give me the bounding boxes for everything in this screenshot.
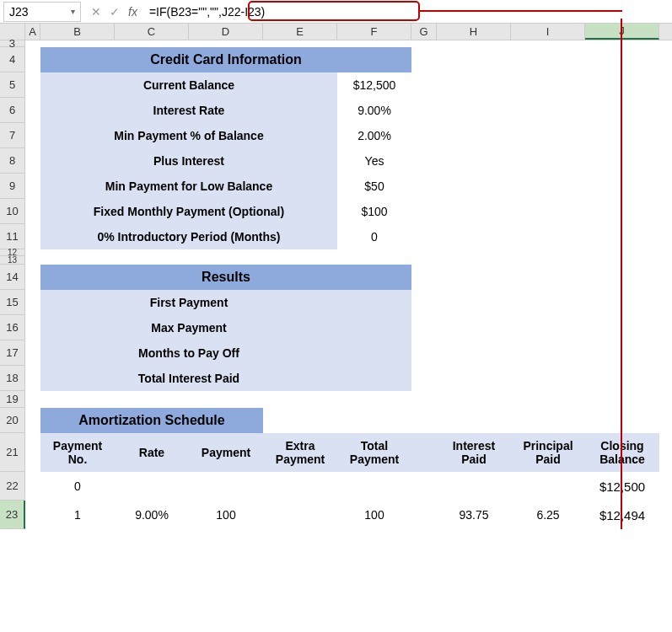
row-header-11[interactable]: 11 [0, 224, 25, 249]
amort-hdr-payment: Payment [189, 433, 263, 472]
row-header-22[interactable]: 22 [0, 472, 25, 501]
cell-C23[interactable]: 9.00% [115, 501, 189, 529]
cc-val-rate[interactable]: 9.00% [337, 98, 411, 123]
cc-val-minlow[interactable]: $50 [337, 174, 411, 199]
cell-F22[interactable] [337, 472, 411, 501]
amort-hdr-extra: Extra Payment [263, 433, 337, 472]
col-header-B[interactable]: B [40, 24, 115, 40]
results-section-header: Results [40, 265, 411, 290]
cell-J22[interactable]: $12,500 [585, 472, 659, 501]
cc-label-plusint: Plus Interest [40, 148, 337, 174]
col-header-H[interactable]: H [437, 24, 511, 40]
results-label-max: Max Payment [40, 315, 337, 340]
cell-I23[interactable]: 6.25 [511, 501, 585, 529]
cc-val-plusint[interactable]: Yes [337, 148, 411, 174]
fx-icon[interactable]: fx [128, 5, 137, 19]
amort-hdr-principal: Principal Paid [511, 433, 585, 472]
arrow-line [621, 19, 622, 529]
col-header-G[interactable]: G [411, 24, 437, 40]
row-header-13[interactable]: 13 [0, 256, 25, 265]
row-header-9[interactable]: 9 [0, 174, 25, 199]
cell-E23[interactable] [263, 501, 337, 529]
cell-H23[interactable]: 93.75 [437, 501, 511, 529]
row-header-5[interactable]: 5 [0, 72, 25, 98]
name-box[interactable]: J23 ▾ [3, 2, 81, 22]
cc-label-minpct: Min Payment % of Balance [40, 123, 337, 148]
cc-val-intro[interactable]: 0 [337, 224, 411, 249]
enter-icon[interactable]: ✓ [110, 5, 120, 19]
cell-D23[interactable]: 100 [189, 501, 263, 529]
cell-J23[interactable]: $12,494 [585, 501, 659, 529]
cell-F23[interactable]: 100 [337, 501, 411, 529]
col-header-I[interactable]: I [511, 24, 585, 40]
row-header-14[interactable]: 14 [0, 265, 25, 290]
cc-val-balance[interactable]: $12,500 [337, 72, 411, 98]
amort-hdr-interest: Interest Paid [437, 433, 511, 472]
row-header-16[interactable]: 16 [0, 315, 25, 340]
row-header-7[interactable]: 7 [0, 123, 25, 148]
row-header-20[interactable]: 20 [0, 408, 25, 433]
row-header-17[interactable]: 17 [0, 340, 25, 366]
cell-D22[interactable] [189, 472, 263, 501]
cc-label-intro: 0% Introductory Period (Months) [40, 224, 337, 249]
row-header-10[interactable]: 10 [0, 199, 25, 224]
formula-bar-icons: ✕ ✓ fx [84, 5, 144, 19]
cell-B22[interactable]: 0 [40, 472, 115, 501]
grid-body: 3 4 Credit Card Information 5Current Bal… [0, 40, 672, 529]
name-box-dropdown-icon[interactable]: ▾ [71, 7, 75, 16]
arrow-connector [420, 10, 622, 12]
cancel-icon[interactable]: ✕ [91, 5, 101, 19]
name-box-value: J23 [9, 5, 29, 19]
row-header-4[interactable]: 4 [0, 47, 25, 72]
amort-hdr-rate: Rate [115, 433, 189, 472]
amort-hdr-closing: Closing Balance [585, 433, 659, 472]
results-label-total: Total Interest Paid [40, 366, 337, 391]
cc-label-minlow: Min Payment for Low Balance [40, 174, 337, 199]
col-header-A[interactable]: A [25, 24, 40, 40]
col-header-J[interactable]: J [585, 24, 659, 40]
row-header-8[interactable]: 8 [0, 148, 25, 174]
cell-G22[interactable] [411, 472, 437, 501]
row-header-21[interactable]: 21 [0, 433, 25, 472]
row-header-19[interactable]: 19 [0, 391, 25, 408]
results-label-months: Months to Pay Off [40, 340, 337, 366]
cc-section-header: Credit Card Information [40, 47, 411, 72]
cell-E22[interactable] [263, 472, 337, 501]
col-header-D[interactable]: D [189, 24, 263, 40]
col-header-E[interactable]: E [263, 24, 337, 40]
results-label-first: First Payment [40, 290, 337, 315]
amort-hdr-no: Payment No. [40, 433, 115, 472]
row-header-6[interactable]: 6 [0, 98, 25, 123]
col-header-C[interactable]: C [115, 24, 189, 40]
worksheet: A B C D E F G H I J 3 4 Credit Card Info… [0, 24, 672, 529]
cc-label-rate: Interest Rate [40, 98, 337, 123]
cell-B23[interactable]: 1 [40, 501, 115, 529]
cell-G23[interactable] [411, 501, 437, 529]
cc-val-fixed[interactable]: $100 [337, 199, 411, 224]
row-header-18[interactable]: 18 [0, 366, 25, 391]
cc-label-fixed: Fixed Monthly Payment (Optional) [40, 199, 337, 224]
column-headers: A B C D E F G H I J [0, 24, 672, 40]
cell-I22[interactable] [511, 472, 585, 501]
cc-val-minpct[interactable]: 2.00% [337, 123, 411, 148]
formula-bar: J23 ▾ ✕ ✓ fx =IF(B23="","",J22-I23) [0, 0, 672, 24]
amort-hdr-total: Total Payment [337, 433, 411, 472]
cell-C22[interactable] [115, 472, 189, 501]
row-header-23[interactable]: 23 [0, 501, 25, 529]
cc-label-balance: Current Balance [40, 72, 337, 98]
cell-H22[interactable] [437, 472, 511, 501]
row-header-15[interactable]: 15 [0, 290, 25, 315]
amort-hdr-gap [411, 433, 437, 472]
row-header-3[interactable]: 3 [0, 40, 25, 47]
formula-text: =IF(B23="","",J22-I23) [149, 5, 265, 19]
col-header-F[interactable]: F [337, 24, 411, 40]
amort-section-header: Amortization Schedule [40, 408, 263, 433]
